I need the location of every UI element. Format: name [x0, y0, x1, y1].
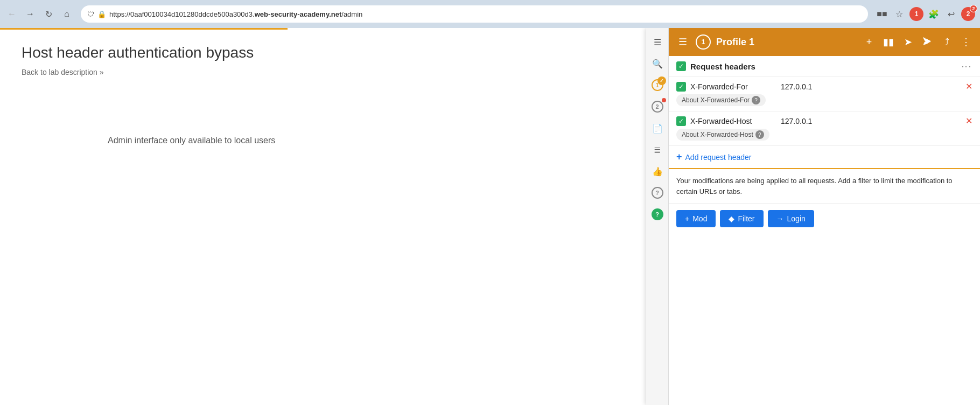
main-content: Host header authentication bypass Back t…	[0, 28, 980, 405]
section-title: Request headers	[690, 62, 755, 71]
add-header-row: + Add request header	[669, 146, 980, 169]
header-1-about-button[interactable]: About X-Forwarded-For ?	[676, 94, 766, 106]
back-button[interactable]: ←	[4, 6, 19, 22]
extension-icon-1[interactable]: 🧩	[926, 6, 941, 22]
panel-header: ☰ 1 Profile 1 + ▮▮ ➤ ⮞ ⤴ ⋮	[669, 28, 980, 56]
profile-icon[interactable]: 1	[909, 6, 924, 22]
header-row-2: ✓ X-Forwarded-Host 127.0.0.1 ✕ About X-F…	[669, 111, 980, 146]
mod-button[interactable]: + Mod	[676, 210, 716, 227]
sidebar-thumbup-icon[interactable]: 👍	[648, 162, 667, 181]
sidebar-filter-icon[interactable]: ≣	[648, 140, 667, 159]
header-1-name: X-Forwarded-For	[690, 82, 776, 91]
extension-panel: ☰ 🔍 1 ✓ 2 📄 ≣ 👍 ? ? ☰	[646, 28, 980, 405]
filter-icon: ◆	[729, 214, 734, 223]
toolbar-icons: ■■ ☆ 1 🧩 ↩ 2 2	[874, 6, 976, 22]
back-to-lab-link[interactable]: Back to lab description »	[22, 68, 458, 76]
extensions-icon[interactable]: ■■	[874, 6, 890, 22]
panel-hamburger-button[interactable]: ☰	[675, 34, 690, 50]
back-link-text: Back to lab description	[22, 68, 97, 76]
sidebar-profile-1-icon[interactable]: 1 ✓	[648, 75, 667, 95]
panel-title: Profile 1	[716, 37, 856, 48]
add-request-header-button[interactable]: + Add request header	[676, 151, 752, 163]
address-text: https://0aaf0010034d101280ddcde500a300d3…	[109, 10, 862, 18]
header-2-delete-button[interactable]: ✕	[965, 116, 972, 126]
sidebar-document-icon[interactable]: 📄	[648, 118, 667, 138]
add-header-label: Add request header	[685, 153, 752, 162]
home-button[interactable]: ⌂	[59, 6, 74, 22]
header-1-help-icon: ?	[752, 96, 760, 104]
notification-text: Your modifications are being applied to …	[676, 177, 953, 195]
address-bar[interactable]: 🛡 🔒 https://0aaf0010034d101280ddcde500a3…	[81, 5, 868, 23]
close-avatar[interactable]: 2 2	[961, 6, 976, 22]
header-2-name: X-Forwarded-Host	[690, 117, 776, 125]
admin-message: Admin interface only available to local …	[108, 136, 275, 145]
sidebar-help-icon[interactable]: ?	[648, 183, 667, 202]
panel-more-button[interactable]: ⋮	[958, 34, 974, 50]
login-label: Login	[787, 214, 806, 223]
section-title-row: ✓ Request headers	[676, 61, 755, 71]
sidebar-help2-icon[interactable]: ?	[648, 205, 667, 224]
shield-icon: 🛡	[87, 10, 94, 18]
panel-profile-circle: 1	[696, 34, 711, 50]
notification-bar: Your modifications are being applied to …	[669, 169, 980, 204]
chevron-right-icon: »	[100, 68, 104, 76]
header-2-help-icon: ?	[755, 130, 764, 139]
user-avatar: 2 2	[961, 7, 975, 21]
forward-button[interactable]: →	[23, 6, 38, 22]
lock-icon: 🔒	[97, 10, 106, 18]
avatar-badge: 2	[970, 5, 977, 12]
header-item-2: ✓ X-Forwarded-Host 127.0.0.1 ✕	[676, 116, 972, 126]
address-domain: web-security-academy.net	[255, 10, 342, 18]
header-1-value: 127.0.0.1	[781, 82, 961, 91]
header-1-checkbox[interactable]: ✓	[676, 82, 686, 92]
star-icon[interactable]: ☆	[892, 6, 907, 22]
address-prefix: https://0aaf0010034d101280ddcde500a300d3…	[109, 10, 255, 18]
section-more-button[interactable]: ⋮	[961, 62, 972, 71]
section-header: ✓ Request headers ⋮	[669, 56, 980, 77]
profile-1-badge: ✓	[657, 76, 666, 85]
login-icon: →	[776, 214, 784, 223]
section-checkbox[interactable]: ✓	[676, 61, 686, 71]
divider-line	[0, 28, 479, 30]
filter-button[interactable]: ◆ Filter	[720, 210, 763, 227]
header-item-1: ✓ X-Forwarded-For 127.0.0.1 ✕	[676, 81, 972, 92]
header-1-delete-button[interactable]: ✕	[965, 81, 972, 92]
panel-expand-button[interactable]: ⤴	[939, 34, 954, 50]
mod-label: Mod	[692, 214, 707, 223]
mod-icon: +	[685, 214, 689, 223]
header-2-value: 127.0.0.1	[781, 117, 961, 125]
sidebar-profile-2-icon[interactable]: 2	[648, 97, 667, 116]
panel-add-button[interactable]: +	[862, 34, 877, 50]
sidebar-search-icon[interactable]: 🔍	[648, 54, 667, 73]
sidebar-hamburger-icon[interactable]: ☰	[648, 32, 667, 52]
profile-avatar: 1	[909, 7, 923, 21]
header-1-about-label: About X-Forwarded-For	[682, 96, 750, 104]
panel-logout-button[interactable]: ⮞	[920, 34, 935, 50]
header-2-about-button[interactable]: About X-Forwarded-Host ?	[676, 129, 769, 141]
sidebar-icons: ☰ 🔍 1 ✓ 2 📄 ≣ 👍 ? ?	[646, 28, 669, 405]
login-button[interactable]: → Login	[768, 210, 814, 227]
panel-pause-button[interactable]: ▮▮	[881, 34, 896, 50]
header-row-1: ✓ X-Forwarded-For 127.0.0.1 ✕ About X-Fo…	[669, 77, 980, 111]
browser-chrome: ← → ↻ ⌂ 🛡 🔒 https://0aaf0010034d101280dd…	[0, 0, 980, 28]
panel-header-actions: + ▮▮ ➤ ⮞ ⤴ ⋮	[862, 34, 974, 50]
action-buttons: + Mod ◆ Filter → Login	[669, 204, 980, 234]
profile-2-badge	[662, 98, 666, 102]
filter-label: Filter	[738, 214, 754, 223]
panel-body: ✓ Request headers ⋮ ✓ X-Forwarded-For 12…	[669, 56, 980, 405]
add-icon: +	[676, 151, 682, 163]
header-2-checkbox[interactable]: ✓	[676, 116, 686, 126]
page-content: Host header authentication bypass Back t…	[0, 28, 479, 405]
panel-main: ☰ 1 Profile 1 + ▮▮ ➤ ⮞ ⤴ ⋮	[669, 28, 980, 405]
page-title: Host header authentication bypass	[22, 44, 458, 61]
undo-icon[interactable]: ↩	[943, 6, 958, 22]
header-2-about-label: About X-Forwarded-Host	[682, 131, 753, 138]
reload-button[interactable]: ↻	[41, 6, 56, 22]
address-path: /admin	[341, 10, 362, 18]
panel-forward-button[interactable]: ➤	[900, 34, 915, 50]
